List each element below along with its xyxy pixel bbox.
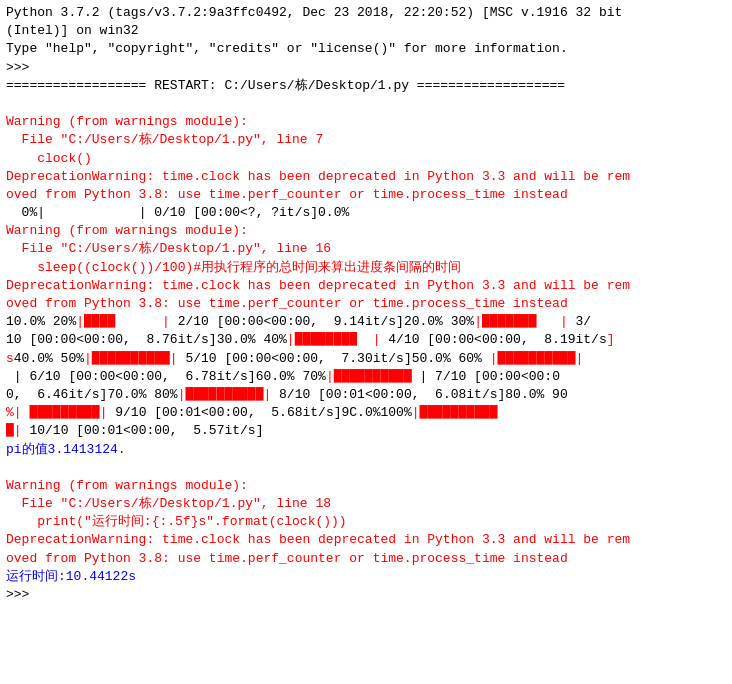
warning-line: Warning (from warnings module): (6, 477, 726, 495)
prompt-line: >>> (6, 59, 726, 77)
progress-output: 10 [00:00<00:00, 8.76it/s]30.0% 40%|████… (6, 331, 726, 349)
progress-line: 0%| | 0/10 [00:00<?, ?it/s]0.0% (6, 204, 726, 222)
progress-output: %| █████████| 9/10 [00:01<00:00, 5.68it/… (6, 404, 726, 422)
progress-output: █| 10/10 [00:01<00:00, 5.57it/s] (6, 422, 726, 440)
progress-output: 0, 6.46it/s]70.0% 80%|██████████| 8/10 [… (6, 386, 726, 404)
progress-output: | 6/10 [00:00<00:00, 6.78it/s]60.0% 70%|… (6, 368, 726, 386)
warning-line: clock() (6, 150, 726, 168)
warning-line: Warning (from warnings module): (6, 113, 726, 131)
blank-line (6, 95, 726, 113)
deprecation-warning: DeprecationWarning: time.clock has been … (6, 168, 726, 204)
blank-line (6, 459, 726, 477)
output-line: Type "help", "copyright", "credits" or "… (6, 40, 726, 58)
warning-line: File "C:/Users/栋/Desktop/1.py", line 18 (6, 495, 726, 513)
warning-line: File "C:/Users/栋/Desktop/1.py", line 16 (6, 240, 726, 258)
deprecation-warning: DeprecationWarning: time.clock has been … (6, 531, 726, 567)
warning-line: print("运行时间:{:.5f}s".format(clock())) (6, 513, 726, 531)
restart-banner: ================== RESTART: C:/Users/栋/D… (6, 77, 726, 95)
output-line: Python 3.7.2 (tags/v3.7.2:9a3ffc0492, De… (6, 4, 726, 40)
progress-output: s40.0% 50%|██████████| 5/10 [00:00<00:00… (6, 350, 726, 368)
warning-line: Warning (from warnings module): (6, 222, 726, 240)
terminal-window: Python 3.7.2 (tags/v3.7.2:9a3ffc0492, De… (0, 0, 732, 684)
pi-output: pi的值3.1413124. (6, 441, 726, 459)
progress-output: 10.0% 20%|████ | 2/10 [00:00<00:00, 9.14… (6, 313, 726, 331)
deprecation-warning: DeprecationWarning: time.clock has been … (6, 277, 726, 313)
runtime-output: 运行时间:10.44122s (6, 568, 726, 586)
warning-line: File "C:/Users/栋/Desktop/1.py", line 7 (6, 131, 726, 149)
warning-line: sleep((clock())/100)#用执行程序的总时间来算出进度条间隔的时… (6, 259, 726, 277)
prompt-line: >>> (6, 586, 726, 604)
